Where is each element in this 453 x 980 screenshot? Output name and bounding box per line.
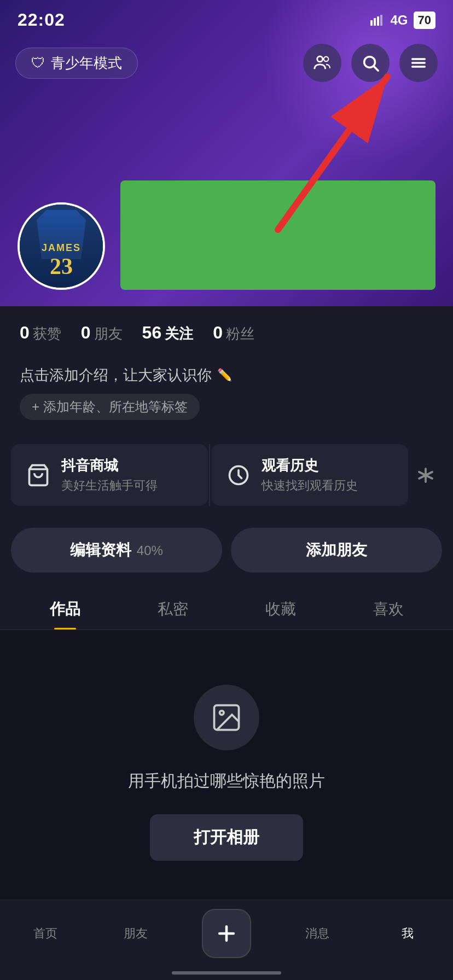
tab-works-label: 作品 [50,600,80,617]
stat-friends: 0 朋友 [81,323,123,343]
sim-icon [370,15,385,26]
avatar[interactable]: JAMES 23 [18,202,105,290]
cart-icon [26,463,50,487]
menu-button[interactable] [399,44,438,82]
nav-friends-label: 朋友 [124,925,148,942]
shop-feature-card[interactable]: 抖音商城 美好生活触手可得 [11,444,208,506]
svg-line-7 [374,66,378,71]
history-texts: 观看历史 快速找到观看历史 [262,456,358,494]
following-label: 关注 [165,324,193,343]
following-count: 56 [142,323,162,343]
shop-icon-wrap [24,461,53,489]
history-feature-card[interactable]: 观看历史 快速找到观看历史 [211,444,408,506]
shop-title: 抖音商城 [61,456,158,475]
add-content-button[interactable] [202,909,251,958]
jersey-name: JAMES [42,242,81,254]
youth-mode-badge[interactable]: 🛡 青少年模式 [15,48,138,79]
add-friend-button[interactable]: 添加朋友 [231,528,442,573]
tab-favorites[interactable]: 收藏 [226,586,334,629]
battery-indicator: 70 [414,11,435,29]
tags-row: + 添加年龄、所在地等标签 [20,394,433,420]
action-buttons: 编辑资料 40% 添加朋友 [0,519,453,586]
empty-text: 用手机拍过哪些惊艳的照片 [128,770,325,792]
clock-icon [226,463,251,487]
friends-label: 朋友 [94,324,123,343]
likes-count: 0 [20,323,30,343]
add-tag-label: + 添加年龄、所在地等标签 [32,398,188,416]
stat-following[interactable]: 56 关注 [142,323,194,343]
edit-icon: ✏️ [217,368,232,382]
svg-point-4 [317,56,323,62]
nav-icons [303,44,438,82]
menu-icon [409,54,428,72]
nav-home[interactable]: 首页 [0,925,91,942]
shop-texts: 抖音商城 美好生活触手可得 [61,456,158,494]
svg-point-19 [220,711,224,715]
add-friend-label: 添加朋友 [306,541,367,558]
bio-content: 点击添加介绍，让大家认识你 [20,365,212,385]
stats-row: 0 获赞 0 朋友 56 关注 0 粉丝 [20,323,433,343]
nav-me[interactable]: 我 [362,925,453,942]
svg-point-5 [324,57,329,62]
status-time: 22:02 [18,10,65,30]
open-album-button[interactable]: 打开相册 [150,814,303,861]
bio-text[interactable]: 点击添加介绍，让大家认识你 ✏️ [20,365,433,385]
stat-followers: 0 粉丝 [213,323,254,343]
search-icon [361,54,380,72]
signal-label: 4G [391,13,408,28]
svg-rect-1 [374,18,376,26]
username-banner [120,180,435,290]
history-icon-wrap [224,461,253,489]
tab-private[interactable]: 私密 [119,586,226,629]
tab-favorites-label: 收藏 [265,600,296,617]
nav-me-label: 我 [402,925,414,942]
feature-more-button[interactable] [409,444,442,506]
bio-section: 点击添加介绍，让大家认识你 ✏️ + 添加年龄、所在地等标签 [0,365,453,431]
svg-rect-0 [370,20,373,26]
stat-likes: 0 获赞 [20,323,61,343]
tab-likes-label: 喜欢 [373,600,404,617]
likes-label: 获赞 [33,324,61,343]
friends-button[interactable] [303,44,341,82]
tabs-section: 作品 私密 收藏 喜欢 [0,586,453,630]
feature-divider [209,444,210,506]
battery-level: 70 [418,13,431,27]
followers-label: 粉丝 [226,324,254,343]
nav-messages-label: 消息 [305,925,329,942]
shop-subtitle: 美好生活触手可得 [61,477,158,494]
bottom-nav: 首页 朋友 消息 我 [0,900,453,980]
tab-private-label: 私密 [158,600,188,617]
status-bar: 22:02 4G 70 [0,0,453,36]
edit-profile-label: 编辑资料 [70,541,131,558]
nav-friends[interactable]: 朋友 [91,925,182,942]
empty-state: 用手机拍过哪些惊艳的照片 打开相册 [0,630,453,915]
profile-section: JAMES 23 [0,180,453,306]
history-subtitle: 快速找到观看历史 [262,477,358,494]
hero-background: 22:02 4G 70 🛡 青少年模式 [0,0,453,306]
search-button[interactable] [351,44,390,82]
asterisk-icon [416,465,435,485]
status-icons: 4G 70 [370,11,436,29]
plus-icon [214,921,239,946]
home-indicator [172,971,281,975]
friends-count: 0 [81,323,91,343]
history-title: 观看历史 [262,456,358,475]
nav-add[interactable] [181,909,272,958]
youth-shield-icon: 🛡 [31,55,45,72]
empty-icon-wrap [194,685,259,750]
svg-rect-2 [377,16,379,26]
tab-works[interactable]: 作品 [11,586,119,629]
followers-count: 0 [213,323,223,343]
jersey-number: 23 [50,255,73,278]
tab-likes[interactable]: 喜欢 [334,586,442,629]
nav-home-label: 首页 [33,925,57,942]
youth-mode-label: 青少年模式 [51,54,122,73]
main-content: 0 获赞 0 朋友 56 关注 0 粉丝 点击添加介绍，让 [0,306,453,980]
friends-icon [313,54,332,72]
add-tag-badge[interactable]: + 添加年龄、所在地等标签 [20,394,200,420]
stats-section: 0 获赞 0 朋友 56 关注 0 粉丝 [0,306,453,365]
photo-icon [210,701,243,734]
avatar-image: JAMES 23 [20,205,103,288]
edit-profile-button[interactable]: 编辑资料 40% [11,528,222,573]
nav-messages[interactable]: 消息 [272,925,363,942]
